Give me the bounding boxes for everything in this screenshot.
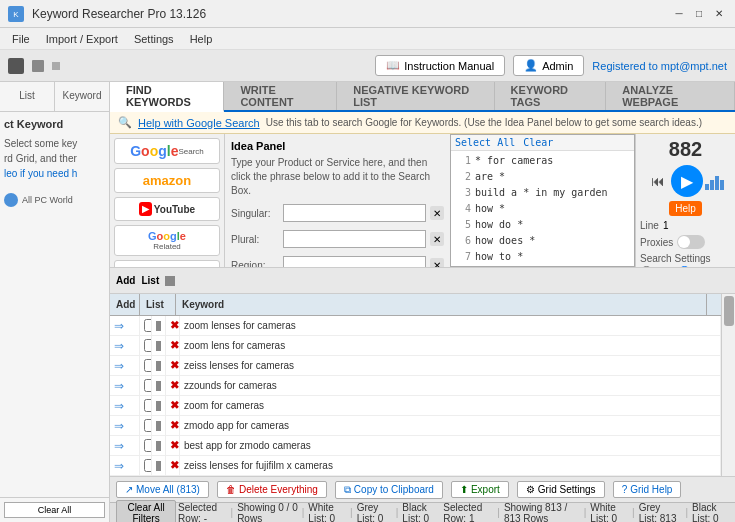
instruction-manual-button[interactable]: 📖 Instruction Manual bbox=[375, 55, 505, 76]
row-checkbox-8[interactable] bbox=[144, 459, 152, 472]
amazon-button[interactable]: amazon bbox=[114, 168, 220, 193]
menu-item-import-export[interactable]: Import / Export bbox=[38, 31, 126, 47]
sidebar-link[interactable]: leo if you need h bbox=[0, 166, 109, 181]
grid-cell-checkbox-6[interactable] bbox=[140, 416, 152, 435]
tab-write-content[interactable]: WRITE CONTENT bbox=[224, 82, 337, 110]
region-clear-button[interactable]: ✕ bbox=[430, 258, 444, 267]
row-checkbox-6[interactable] bbox=[144, 419, 152, 432]
grid-cell-arrow-2[interactable]: ⇒ bbox=[110, 336, 140, 355]
grid-cell-arrow-1[interactable]: ⇒ bbox=[110, 316, 140, 335]
grid-cell-x-7[interactable]: ✖ bbox=[166, 436, 180, 455]
youtube-button[interactable]: ▶ YouTube bbox=[114, 197, 220, 221]
tab-keyword-tags[interactable]: KEYWORD TAGS bbox=[495, 82, 607, 110]
grid-body[interactable]: ⇒ ✖ zoom lenses for cameras ⇒ ✖ zoom len… bbox=[110, 316, 721, 476]
main-content: FIND KEYWORDS WRITE CONTENT NEGATIVE KEY… bbox=[110, 82, 735, 522]
grid-cell-x-6[interactable]: ✖ bbox=[166, 416, 180, 435]
google-button2[interactable]: Google bbox=[114, 260, 220, 267]
grid-row-4[interactable]: ⇒ ✖ zzounds for cameras bbox=[110, 376, 721, 396]
tab-negative-keyword-list[interactable]: NEGATIVE KEYWORD LIST bbox=[337, 82, 494, 110]
x-mark-icon-2: ✖ bbox=[170, 339, 179, 352]
toolbar: 📖 Instruction Manual 👤 Admin Registered … bbox=[0, 50, 735, 82]
grid-cell-x-5[interactable]: ✖ bbox=[166, 396, 180, 415]
grid-cell-arrow-6[interactable]: ⇒ bbox=[110, 416, 140, 435]
grid-cell-checkbox-8[interactable] bbox=[140, 456, 152, 475]
clear-link[interactable]: Clear bbox=[523, 137, 553, 148]
grid-cell-x-2[interactable]: ✖ bbox=[166, 336, 180, 355]
grid-row-8[interactable]: ⇒ ✖ zeiss lenses for fujifilm x cameras bbox=[110, 456, 721, 476]
grid-row-5[interactable]: ⇒ ✖ zoom for cameras bbox=[110, 396, 721, 416]
row-checkbox-2[interactable] bbox=[144, 339, 152, 352]
delete-everything-button[interactable]: 🗑 Delete Everything bbox=[217, 481, 327, 498]
grid-cell-x-1[interactable]: ✖ bbox=[166, 316, 180, 335]
menu-item-file[interactable]: File bbox=[4, 31, 38, 47]
grid-settings-button[interactable]: ⚙ Grid Settings bbox=[517, 481, 605, 498]
sidebar-col-keyword: Keyword bbox=[55, 82, 109, 111]
menu-item-settings[interactable]: Settings bbox=[126, 31, 182, 47]
rewind-button[interactable]: ⏮ bbox=[647, 170, 669, 192]
grid-cell-x-8[interactable]: ✖ bbox=[166, 456, 180, 475]
select-all-link[interactable]: Select All bbox=[455, 137, 515, 148]
status-white2: White List: 0 bbox=[590, 502, 628, 523]
help-with-google-link[interactable]: Help with Google Search bbox=[138, 117, 260, 129]
grid-cell-x-4[interactable]: ✖ bbox=[166, 376, 180, 395]
clear-all-filters-button[interactable]: Clear All Filters bbox=[116, 500, 176, 523]
menu-item-help[interactable]: Help bbox=[182, 31, 221, 47]
grid-row-7[interactable]: ⇒ ✖ best app for zmodo cameras bbox=[110, 436, 721, 456]
maximize-button[interactable]: □ bbox=[691, 6, 707, 22]
move-all-label: Move All (813) bbox=[136, 484, 200, 495]
move-all-button[interactable]: ↗ Move All (813) bbox=[116, 481, 209, 498]
row-checkbox-3[interactable] bbox=[144, 359, 152, 372]
plural-input[interactable] bbox=[283, 230, 426, 248]
grid-row-6[interactable]: ⇒ ✖ zmodo app for cameras bbox=[110, 416, 721, 436]
plural-clear-button[interactable]: ✕ bbox=[430, 232, 444, 246]
grid-cell-checkbox-1[interactable] bbox=[140, 316, 152, 335]
region-input[interactable] bbox=[283, 256, 426, 267]
singular-clear-button[interactable]: ✕ bbox=[430, 206, 444, 220]
export-label: Export bbox=[471, 484, 500, 495]
grid-cell-checkbox-3[interactable] bbox=[140, 356, 152, 375]
line-row: Line 1 bbox=[640, 220, 731, 231]
copy-to-clipboard-button[interactable]: ⧉ Copy to Clipboard bbox=[335, 481, 443, 499]
singular-input[interactable] bbox=[283, 204, 426, 222]
arrow-right-icon-2: ⇒ bbox=[114, 339, 124, 353]
grid-cell-checkbox-2[interactable] bbox=[140, 336, 152, 355]
grid-row-3[interactable]: ⇒ ✖ zeiss lenses for cameras bbox=[110, 356, 721, 376]
row-checkbox-1[interactable] bbox=[144, 319, 152, 332]
google-button[interactable]: Google Search bbox=[114, 138, 220, 164]
row-checkbox-7[interactable] bbox=[144, 439, 152, 452]
close-button[interactable]: ✕ bbox=[711, 6, 727, 22]
line-label: Line bbox=[640, 220, 659, 231]
user-icon: 👤 bbox=[524, 59, 538, 72]
clear-all-filters-button[interactable]: Clear All bbox=[4, 502, 105, 518]
grid-cell-arrow-8[interactable]: ⇒ bbox=[110, 456, 140, 475]
sep7: | bbox=[632, 507, 635, 518]
export-button[interactable]: ⬆ Export bbox=[451, 481, 509, 498]
tab-analyze-webpage[interactable]: ANALYZE WEBPAGE bbox=[606, 82, 735, 110]
grid-cell-arrow-7[interactable]: ⇒ bbox=[110, 436, 140, 455]
minimize-button[interactable]: ─ bbox=[671, 6, 687, 22]
grid-cell-arrow-5[interactable]: ⇒ bbox=[110, 396, 140, 415]
google-related-button[interactable]: Google Related bbox=[114, 225, 220, 256]
grid-cell-checkbox-7[interactable] bbox=[140, 436, 152, 455]
count-number: 882 bbox=[669, 138, 702, 161]
admin-button[interactable]: 👤 Admin bbox=[513, 55, 584, 76]
trash-icon: 🗑 bbox=[226, 484, 236, 495]
grid-cell-checkbox-4[interactable] bbox=[140, 376, 152, 395]
row-checkbox-4[interactable] bbox=[144, 379, 152, 392]
grid-cell-x-3[interactable]: ✖ bbox=[166, 356, 180, 375]
grid-cell-arrow-3[interactable]: ⇒ bbox=[110, 356, 140, 375]
grid-scrollbar[interactable] bbox=[721, 294, 735, 476]
proxies-toggle[interactable] bbox=[677, 235, 705, 249]
play-button[interactable]: ▶ bbox=[671, 165, 703, 197]
grid-help-button[interactable]: ? Grid Help bbox=[613, 481, 682, 498]
grid-row-2[interactable]: ⇒ ✖ zoom lens for cameras bbox=[110, 336, 721, 356]
scrollbar-thumb[interactable] bbox=[724, 296, 734, 326]
amazon-logo: amazon bbox=[143, 173, 191, 188]
row-checkbox-5[interactable] bbox=[144, 399, 152, 412]
grid-row-1[interactable]: ⇒ ✖ zoom lenses for cameras bbox=[110, 316, 721, 336]
tab-find-keywords[interactable]: FIND KEYWORDS bbox=[110, 82, 224, 112]
grid-cell-arrow-4[interactable]: ⇒ bbox=[110, 376, 140, 395]
grid-cell-checkbox-5[interactable] bbox=[140, 396, 152, 415]
help-button[interactable]: Help bbox=[669, 201, 702, 216]
search-settings: Search Settings A-H A-Z bbox=[640, 253, 731, 267]
